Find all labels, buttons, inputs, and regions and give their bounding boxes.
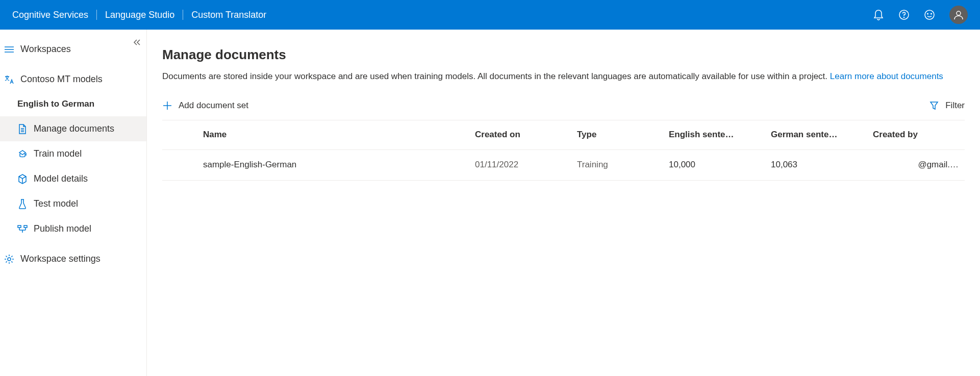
table-header-row: Name Created on Type English sente… Germ… [162, 120, 965, 150]
gear-icon [4, 254, 14, 264]
svg-rect-15 [18, 225, 21, 228]
breadcrumb-language-studio[interactable]: Language Studio [97, 10, 183, 20]
sidebar-item-label: Test model [34, 198, 78, 209]
column-english-sentences[interactable]: English sente… [669, 130, 771, 140]
flask-icon [17, 199, 28, 209]
sidebar-item-label: Contoso MT models [20, 74, 103, 85]
sidebar-item-label: Workspace settings [20, 254, 100, 264]
svg-point-1 [903, 17, 904, 17]
column-created-on[interactable]: Created on [475, 130, 577, 140]
sidebar-item-project[interactable]: English to German [0, 92, 146, 116]
sidebar-item-workspaces[interactable]: Workspaces [0, 37, 146, 62]
breadcrumb: Cognitive Services Language Studio Custo… [12, 10, 274, 20]
help-icon[interactable] [898, 9, 910, 20]
cell-created-by: @gmail.… [873, 160, 965, 170]
column-german-sentences[interactable]: German sente… [771, 130, 873, 140]
avatar[interactable] [949, 6, 968, 24]
sidebar-item-label: English to German [17, 99, 94, 109]
svg-rect-16 [24, 225, 27, 228]
column-type[interactable]: Type [577, 130, 669, 140]
feedback-icon[interactable] [924, 9, 935, 20]
svg-point-3 [927, 13, 928, 14]
documents-table: Name Created on Type English sente… Germ… [162, 120, 965, 181]
sidebar-item-label: Train model [34, 148, 82, 159]
page-description: Documents are stored inside your workspa… [162, 70, 965, 83]
svg-point-2 [925, 10, 934, 19]
collapse-sidebar-icon[interactable] [133, 39, 141, 47]
breadcrumb-cognitive-services[interactable]: Cognitive Services [12, 10, 96, 20]
plus-icon [162, 101, 172, 111]
sidebar-item-label: Model details [34, 173, 88, 184]
sidebar-item-workspace-settings[interactable]: Workspace settings [0, 246, 146, 271]
sidebar-item-manage-documents[interactable]: Manage documents [0, 116, 146, 141]
svg-point-5 [957, 11, 961, 15]
document-icon [17, 124, 28, 134]
cell-created-on: 01/11/2022 [475, 160, 577, 170]
cell-type: Training [577, 160, 669, 170]
sidebar: Workspaces Contoso MT models English to … [0, 30, 147, 376]
svg-point-4 [931, 13, 932, 14]
filter-button[interactable]: Filter [929, 98, 965, 113]
cell-german-sentences: 10,063 [771, 160, 873, 170]
cell-name: sample-English-German [203, 160, 475, 170]
train-icon [17, 149, 28, 159]
column-name[interactable]: Name [203, 130, 475, 140]
svg-point-21 [8, 258, 11, 261]
sidebar-item-label: Publish model [34, 223, 91, 234]
toolbar: Add document set Filter [162, 94, 965, 120]
sidebar-item-label: Workspaces [20, 44, 71, 55]
main-content: Manage documents Documents are stored in… [147, 30, 980, 376]
column-created-by[interactable]: Created by [873, 130, 965, 140]
publish-icon [17, 224, 28, 234]
cell-english-sentences: 10,000 [669, 160, 771, 170]
list-icon [4, 44, 14, 55]
sidebar-item-label: Manage documents [34, 123, 114, 134]
breadcrumb-custom-translator[interactable]: Custom Translator [183, 10, 274, 20]
table-row[interactable]: sample-English-German 01/11/2022 Trainin… [162, 150, 965, 181]
notifications-icon[interactable] [873, 9, 884, 20]
add-document-set-button[interactable]: Add document set [162, 98, 248, 113]
page-title: Manage documents [162, 47, 965, 63]
sidebar-item-model-details[interactable]: Model details [0, 166, 146, 191]
learn-more-link[interactable]: Learn more about documents [830, 71, 943, 81]
cube-icon [17, 174, 28, 184]
sidebar-item-workspace[interactable]: Contoso MT models [0, 67, 146, 92]
filter-icon [929, 101, 939, 111]
sidebar-item-test-model[interactable]: Test model [0, 191, 146, 216]
translate-icon [4, 74, 14, 85]
sidebar-item-train-model[interactable]: Train model [0, 141, 146, 166]
top-header: Cognitive Services Language Studio Custo… [0, 0, 980, 30]
sidebar-item-publish-model[interactable]: Publish model [0, 216, 146, 241]
